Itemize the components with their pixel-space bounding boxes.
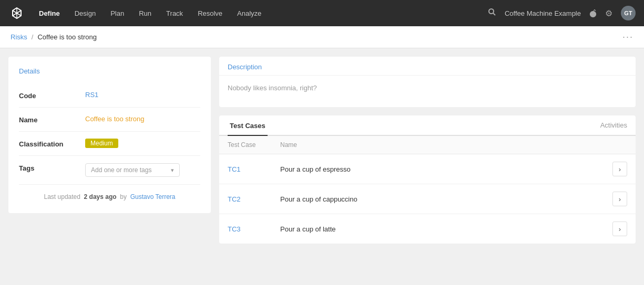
classification-row: Classification Medium [19, 132, 200, 156]
name-value: Coffee is too strong [85, 115, 145, 123]
search-icon[interactable] [488, 8, 496, 18]
last-updated-when: 2 days ago [84, 193, 117, 200]
classification-badge: Medium [85, 139, 118, 147]
test-cases-column-headers: Test Case Name [219, 136, 636, 154]
last-updated-by: by [120, 193, 127, 200]
breadcrumb: Risks / Coffee is too strong [11, 33, 97, 41]
tags-label: Tags [19, 163, 77, 172]
tags-dropdown[interactable]: Add one or more tags ▾ [85, 163, 180, 177]
breadcrumb-risks-link[interactable]: Risks [11, 33, 27, 41]
last-updated-info: Last updated 2 days ago by Gustavo Terre… [19, 185, 200, 203]
nav-analyze[interactable]: Analyze [232, 6, 267, 20]
svg-line-4 [493, 13, 495, 15]
test-cases-list: TC1 Pour a cup of espresso › TC2 Pour a … [219, 154, 636, 244]
nav-right-section: Coffee Machine Example ●̂ ⚙ GT [488, 6, 636, 20]
nav-define[interactable]: Define [34, 6, 65, 20]
last-updated-prefix: Last updated [44, 193, 80, 200]
name-label: Name [19, 115, 77, 124]
activities-link[interactable]: Activities [600, 121, 627, 129]
details-card: Details Code RS1 Name Coffee is too stro… [8, 57, 211, 213]
app-logo[interactable] [8, 5, 25, 22]
tc-navigate-icon[interactable]: › [612, 221, 627, 236]
medium-badge: Medium [85, 139, 118, 148]
nav-plan[interactable]: Plan [105, 6, 129, 20]
breadcrumb-separator: / [32, 33, 34, 41]
user-avatar[interactable]: GT [621, 6, 636, 20]
tc-navigate-icon[interactable]: › [612, 162, 627, 176]
table-row[interactable]: TC1 Pour a cup of espresso › [219, 154, 636, 184]
tc-code: TC2 [228, 195, 280, 203]
code-row: Code RS1 [19, 83, 200, 108]
code-value: RS1 [85, 91, 98, 99]
tab-test-cases[interactable]: Test Cases [228, 115, 268, 136]
table-row[interactable]: TC2 Pour a cup of cappuccino › [219, 184, 636, 214]
project-name: Coffee Machine Example [505, 9, 581, 17]
svg-point-3 [489, 9, 494, 14]
tc-name: Pour a cup of espresso [280, 165, 612, 173]
right-panel: Description Nobody likes insomnia, right… [219, 57, 636, 278]
nav-resolve[interactable]: Resolve [192, 6, 228, 20]
test-cases-card: Test Cases Activities Test Case Name TC1… [219, 115, 636, 244]
description-body: Nobody likes insomnia, right? [219, 76, 636, 107]
code-label: Code [19, 91, 77, 100]
breadcrumb-bar: Risks / Coffee is too strong ··· [0, 26, 644, 48]
tc-code: TC1 [228, 165, 280, 173]
nav-design[interactable]: Design [69, 6, 101, 20]
breadcrumb-current-page: Coffee is too strong [37, 33, 97, 41]
main-content: Details Code RS1 Name Coffee is too stro… [0, 48, 644, 285]
left-panel: Details Code RS1 Name Coffee is too stro… [8, 57, 211, 278]
last-updated-user-link[interactable]: Gustavo Terrera [130, 193, 176, 200]
classification-label: Classification [19, 139, 77, 148]
tags-dropdown-arrow-icon: ▾ [171, 167, 174, 174]
tags-placeholder: Add one or more tags [91, 166, 151, 174]
nav-run[interactable]: Run [134, 6, 157, 20]
col-header-tc: Test Case [228, 141, 280, 149]
col-header-name: Name [280, 141, 627, 149]
notifications-icon[interactable]: ●̂ [589, 8, 597, 18]
nav-track[interactable]: Track [161, 6, 188, 20]
tc-name: Pour a cup of cappuccino [280, 195, 612, 203]
test-cases-header: Test Cases Activities [219, 115, 636, 136]
tags-row: Tags Add one or more tags ▾ [19, 156, 200, 185]
settings-icon[interactable]: ⚙ [605, 8, 612, 18]
name-row: Name Coffee is too strong [19, 108, 200, 132]
table-row[interactable]: TC3 Pour a cup of latte › [219, 214, 636, 244]
description-section-title: Description [219, 57, 636, 76]
top-navigation: Define Design Plan Run Track Resolve Ana… [0, 0, 644, 26]
details-section-title: Details [19, 67, 200, 75]
tc-name: Pour a cup of latte [280, 225, 612, 233]
description-card: Description Nobody likes insomnia, right… [219, 57, 636, 107]
more-options-button[interactable]: ··· [622, 31, 633, 43]
tc-code: TC3 [228, 225, 280, 233]
tc-navigate-icon[interactable]: › [612, 192, 627, 206]
